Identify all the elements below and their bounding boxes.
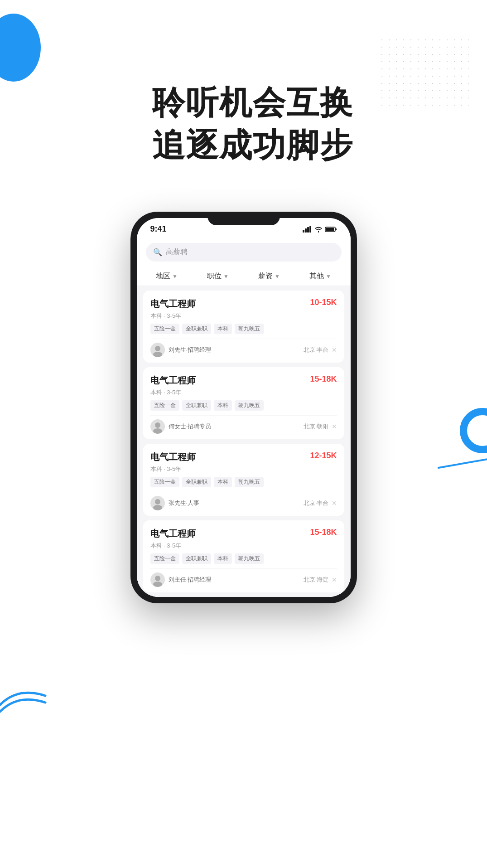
- job-card-4-meta: 本科 · 3-5年: [150, 542, 337, 550]
- svg-rect-3: [309, 226, 311, 233]
- filter-salary-arrow: ▼: [275, 273, 280, 280]
- job-card-4-tags: 五险一金 全职兼职 本科 朝九晚五: [150, 553, 337, 564]
- tag: 五险一金: [150, 324, 179, 334]
- recruiter-info-4: 刘主任·招聘经理: [150, 572, 212, 587]
- svg-rect-2: [307, 227, 309, 233]
- tag: 本科: [214, 477, 232, 487]
- job-card-2-tags: 五险一金 全职兼职 本科 朝九晚五: [150, 400, 337, 411]
- job-card-3-footer: 张先生·人事 北京·丰台 ✕: [150, 492, 337, 510]
- svg-rect-0: [303, 230, 304, 233]
- job-card-3-meta: 本科 · 3-5年: [150, 465, 337, 473]
- tag: 朝九晚五: [235, 477, 264, 487]
- filter-region[interactable]: 地区 ▼: [156, 272, 178, 281]
- job-card-1-title: 电气工程师: [150, 298, 196, 310]
- recruiter-avatar-3: [150, 496, 165, 510]
- job-card-1-salary: 10-15K: [310, 298, 337, 307]
- tag: 朝九晚五: [235, 553, 264, 564]
- search-icon: 🔍: [153, 248, 162, 257]
- tag: 全职兼职: [182, 553, 211, 564]
- hero-title: 聆听机会互换 追逐成功脚步: [45, 82, 460, 166]
- job-card-4-header: 电气工程师 15-18K: [150, 528, 337, 540]
- filter-region-arrow: ▼: [172, 273, 178, 280]
- status-icons: [303, 226, 337, 233]
- svg-point-9: [155, 422, 160, 428]
- svg-point-8: [153, 352, 162, 357]
- job-card-4-salary: 15-18K: [310, 528, 337, 537]
- close-icon-3[interactable]: ✕: [332, 499, 337, 507]
- close-icon-1[interactable]: ✕: [332, 346, 337, 354]
- hero-line2: 追逐成功脚步: [45, 124, 460, 167]
- filter-position-arrow: ▼: [223, 273, 229, 280]
- svg-rect-5: [335, 228, 337, 230]
- tag: 全职兼职: [182, 324, 211, 334]
- filter-salary-label: 薪资: [258, 272, 273, 281]
- svg-point-11: [155, 499, 160, 504]
- recruiter-name-3: 张先生·人事: [169, 499, 200, 507]
- job-location-close-2: 北京·朝阳 ✕: [304, 422, 337, 431]
- svg-rect-1: [305, 228, 307, 233]
- job-card-2-meta: 本科 · 3-5年: [150, 388, 337, 397]
- tag: 本科: [214, 400, 232, 411]
- job-card-1-footer: 刘先生·招聘经理 北京·丰台 ✕: [150, 339, 337, 357]
- job-card-2-footer: 何女士·招聘专员 北京·朝阳 ✕: [150, 415, 337, 434]
- job-location-1: 北京·丰台: [304, 346, 329, 354]
- hero-line1: 聆听机会互换: [45, 82, 460, 124]
- tag: 朝九晚五: [235, 324, 264, 334]
- job-card-3-header: 电气工程师 12-15K: [150, 451, 337, 463]
- svg-point-10: [153, 428, 162, 434]
- battery-icon: [325, 226, 337, 233]
- filter-other[interactable]: 其他 ▼: [309, 272, 331, 281]
- tag: 五险一金: [150, 477, 179, 487]
- job-card-3-salary: 12-15K: [310, 451, 337, 461]
- filter-salary[interactable]: 薪资 ▼: [258, 272, 280, 281]
- job-card-4-footer: 刘主任·招聘经理 北京·海淀 ✕: [150, 568, 337, 587]
- tag: 本科: [214, 324, 232, 334]
- search-placeholder-text: 高薪聘: [166, 247, 188, 257]
- filter-position-label: 职位: [207, 272, 222, 281]
- svg-point-14: [153, 582, 162, 587]
- close-icon-2[interactable]: ✕: [332, 423, 337, 430]
- job-location-close-4: 北京·海淀 ✕: [304, 576, 337, 584]
- tag: 五险一金: [150, 400, 179, 411]
- filter-position[interactable]: 职位 ▼: [207, 272, 229, 281]
- job-card-2-salary: 15-18K: [310, 374, 337, 384]
- job-card-1-tags: 五险一金 全职兼职 本科 朝九晚五: [150, 324, 337, 334]
- filter-region-label: 地区: [156, 272, 170, 281]
- recruiter-name-1: 刘先生·招聘经理: [169, 346, 212, 354]
- phone-notch: [207, 212, 280, 225]
- recruiter-avatar-2: [150, 419, 165, 434]
- job-card-3-title: 电气工程师: [150, 451, 196, 463]
- job-card-2-title: 电气工程师: [150, 374, 196, 387]
- phone-frame: 9:41: [130, 212, 357, 603]
- job-card-3-tags: 五险一金 全职兼职 本科 朝九晚五: [150, 477, 337, 487]
- close-icon-4[interactable]: ✕: [332, 576, 337, 583]
- bg-lines-left: [0, 678, 50, 714]
- tag: 本科: [214, 553, 232, 564]
- phone-mockup-container: 9:41: [0, 212, 487, 603]
- tag: 五险一金: [150, 553, 179, 564]
- job-card-1[interactable]: 电气工程师 10-15K 本科 · 3-5年 五险一金 全职兼职 本科 朝九晚五: [143, 291, 344, 363]
- job-card-3[interactable]: 电气工程师 12-15K 本科 · 3-5年 五险一金 全职兼职 本科 朝九晚五: [143, 444, 344, 516]
- phone-inner: 9:41: [137, 218, 351, 597]
- filter-other-arrow: ▼: [326, 273, 331, 280]
- job-card-2[interactable]: 电气工程师 15-18K 本科 · 3-5年 五险一金 全职兼职 本科 朝九晚五: [143, 367, 344, 439]
- job-card-1-header: 电气工程师 10-15K: [150, 298, 337, 310]
- search-bar-container: 🔍 高薪聘: [137, 238, 351, 267]
- tag: 全职兼职: [182, 477, 211, 487]
- tag: 全职兼职: [182, 400, 211, 411]
- status-time: 9:41: [150, 224, 167, 234]
- job-location-3: 北京·丰台: [304, 499, 329, 507]
- job-card-4[interactable]: 电气工程师 15-18K 本科 · 3-5年 五险一金 全职兼职 本科 朝九晚五: [143, 520, 344, 592]
- search-bar[interactable]: 🔍 高薪聘: [146, 243, 342, 262]
- job-location-close-3: 北京·丰台 ✕: [304, 499, 337, 507]
- recruiter-info-1: 刘先生·招聘经理: [150, 343, 212, 357]
- job-location-2: 北京·朝阳: [304, 422, 329, 431]
- svg-rect-6: [326, 228, 334, 231]
- hero-section: 聆听机会互换 追逐成功脚步: [0, 0, 487, 194]
- filter-other-label: 其他: [309, 272, 324, 281]
- signal-icon: [303, 226, 312, 233]
- job-card-1-meta: 本科 · 3-5年: [150, 312, 337, 320]
- recruiter-avatar-4: [150, 572, 165, 587]
- job-list: 电气工程师 10-15K 本科 · 3-5年 五险一金 全职兼职 本科 朝九晚五: [137, 286, 351, 597]
- svg-point-7: [155, 346, 160, 351]
